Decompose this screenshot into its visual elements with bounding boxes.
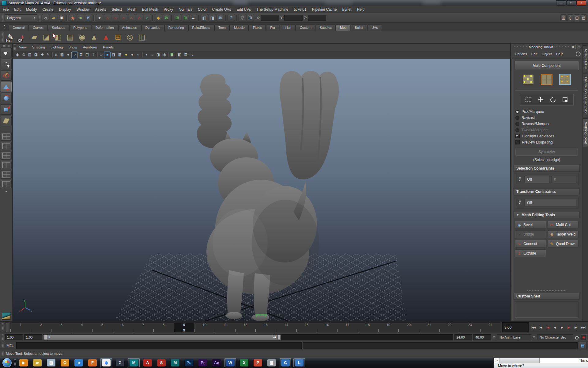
- mesh-tool-button[interactable]: ◈ Bevel: [515, 221, 546, 229]
- wireframe-icon[interactable]: ◇: [98, 52, 104, 58]
- go-to-end-button[interactable]: ▶▶|: [580, 324, 586, 331]
- toolkit-menu-item[interactable]: Object: [539, 51, 554, 57]
- scale-tool[interactable]: [1, 104, 12, 115]
- tsm-spinner[interactable]: 2: [494, 358, 500, 363]
- transform-constraints-header[interactable]: Transform Constraints: [514, 188, 580, 195]
- menu-item[interactable]: Edit Mesh: [139, 6, 161, 13]
- tsm-text-field[interactable]: The c: [540, 358, 588, 363]
- after-effects[interactable]: Ae: [211, 358, 222, 367]
- construction-history-icon[interactable]: ≡: [190, 14, 197, 21]
- selection-constraints-header[interactable]: Selection Constraints: [514, 165, 580, 172]
- shelf-tab[interactable]: Dynamics: [141, 25, 164, 31]
- render-settings-icon[interactable]: ⊠: [217, 14, 224, 21]
- last-tool-used[interactable]: [1, 116, 12, 126]
- sidebar-tab[interactable]: Attribute Editor: [583, 45, 588, 72]
- animation-end-field[interactable]: 48.00: [473, 334, 491, 340]
- frame-cell[interactable]: 23 23: [460, 323, 480, 332]
- frame-cell[interactable]: 19 19: [378, 323, 399, 332]
- menu-item[interactable]: Select: [109, 6, 124, 13]
- frame-cell[interactable]: 16 16: [317, 323, 337, 332]
- snap-mode-dropdown-icon[interactable]: ▾: [96, 14, 103, 21]
- tsm-control-block[interactable]: [500, 358, 540, 363]
- frame-cell[interactable]: 11 11: [215, 323, 235, 332]
- collapse-arrow-icon[interactable]: ▼: [516, 213, 519, 217]
- mesh-tool-button[interactable]: ✎ Quad Draw: [548, 240, 579, 248]
- menu-item[interactable]: ticket01: [291, 6, 309, 13]
- camera-attributes-icon[interactable]: ⊙: [21, 52, 27, 58]
- open-scene-icon[interactable]: ▰: [50, 14, 57, 21]
- toggle-attribute-editor-icon[interactable]: ◫: [560, 14, 567, 21]
- move-tool[interactable]: [1, 82, 12, 92]
- resolution-gate-icon[interactable]: ●: [65, 52, 71, 58]
- single-pane-layout-button[interactable]: [1, 132, 12, 141]
- frame-cell[interactable]: 12 12: [235, 323, 256, 332]
- notepad[interactable]: ▤: [45, 358, 57, 367]
- render-current-frame-icon[interactable]: ◧: [201, 14, 208, 21]
- select-hierarchy-icon[interactable]: ◉: [69, 14, 76, 21]
- new-scene-icon[interactable]: ▱: [42, 14, 49, 21]
- four-pane-layout-button[interactable]: [1, 142, 12, 150]
- image-plane-icon[interactable]: ◪: [33, 52, 39, 58]
- minimize-button[interactable]: –: [556, 0, 566, 6]
- tk-move-tool[interactable]: [537, 96, 545, 103]
- grid-icon[interactable]: ◈: [53, 52, 59, 58]
- make-live-icon[interactable]: ∩: [144, 14, 151, 21]
- menu-item[interactable]: The Setup Machine: [254, 6, 291, 13]
- menu-item[interactable]: Assets: [92, 6, 109, 13]
- menu-item[interactable]: Mesh: [125, 6, 139, 13]
- panel-menu-item[interactable]: View: [16, 44, 29, 51]
- paint-select-tool[interactable]: [1, 70, 12, 81]
- menu-item[interactable]: Normals: [176, 6, 195, 13]
- shelf-options-button[interactable]: ≡: [4, 27, 5, 30]
- close-button[interactable]: ×: [576, 0, 586, 6]
- poly-sphere-shelf-item[interactable]: ◉: [77, 32, 88, 43]
- toolkit-menu-item[interactable]: Edit: [529, 51, 540, 57]
- command-language-toggle[interactable]: MEL: [5, 344, 15, 347]
- snap-to-projected-center-icon[interactable]: ∩: [128, 14, 135, 21]
- panel-menu-item[interactable]: Show: [66, 44, 80, 51]
- snap-to-curve-icon[interactable]: ∩: [112, 14, 119, 21]
- textured-icon[interactable]: ◨: [111, 52, 117, 58]
- power-toggle-icon[interactable]: [576, 52, 581, 56]
- toolkit-menu-item[interactable]: Help: [554, 51, 566, 57]
- l-app[interactable]: L: [293, 358, 305, 367]
- excel[interactable]: X: [238, 358, 250, 367]
- mesh-tool-button[interactable]: ↥ Extrude: [515, 249, 546, 257]
- shelf-tab[interactable]: Fluids: [249, 25, 266, 31]
- poly-spike-shelf-item[interactable]: ▲: [100, 32, 111, 43]
- panel-menu-item[interactable]: Shading: [29, 44, 48, 51]
- premiere[interactable]: Pr: [197, 358, 209, 367]
- frame-cell[interactable]: 10 10: [194, 323, 215, 332]
- rotate-tool[interactable]: [1, 93, 12, 103]
- adobe-s[interactable]: S: [156, 358, 167, 367]
- radio-option[interactable]: Raycast: [515, 115, 579, 121]
- step-forward-frame-button[interactable]: ▶|: [573, 324, 579, 331]
- frame-cell[interactable]: 1 1: [10, 323, 31, 332]
- shelf-tab[interactable]: Mod: [336, 25, 350, 31]
- poly-cube-shelf-item[interactable]: ◧: [53, 32, 64, 43]
- poly-pair-shelf-item[interactable]: ◫: [136, 32, 147, 43]
- select-tool[interactable]: [1, 48, 12, 58]
- motion-blur-icon[interactable]: ◨: [155, 52, 161, 58]
- chevron-down-icon[interactable]: ▽: [492, 336, 496, 339]
- input-connections-icon[interactable]: ⊞: [174, 14, 181, 21]
- outliner-persp-layout-button[interactable]: [1, 151, 12, 160]
- viewport-canvas[interactable]: y x z persp: [13, 59, 510, 321]
- persp-graph-layout-button[interactable]: [1, 161, 12, 169]
- menu-item[interactable]: Color: [195, 6, 209, 13]
- toggle-channel-box-icon[interactable]: ◫: [574, 14, 580, 21]
- select-component-icon[interactable]: ◩: [85, 14, 92, 21]
- selection-mode-dropdown[interactable]: Polygons ▾: [5, 14, 37, 21]
- anim-layer-dropdown[interactable]: No Anim Layer: [497, 334, 531, 340]
- play-backwards-button[interactable]: ◀: [552, 324, 558, 331]
- c-app[interactable]: C: [280, 358, 291, 367]
- checker-icon[interactable]: ▩: [117, 52, 123, 58]
- chrome[interactable]: ◉: [100, 358, 112, 367]
- menu-item[interactable]: Proxy: [161, 6, 176, 13]
- character-set-dropdown[interactable]: No Character Set: [537, 334, 573, 340]
- field-chart-icon[interactable]: ⊠: [78, 52, 84, 58]
- poly-wedge-shelf-item[interactable]: ▲: [89, 32, 100, 43]
- coord-input[interactable]: [308, 15, 326, 21]
- safe-action-icon[interactable]: ◫: [84, 52, 90, 58]
- drag-handle[interactable]: [512, 46, 528, 48]
